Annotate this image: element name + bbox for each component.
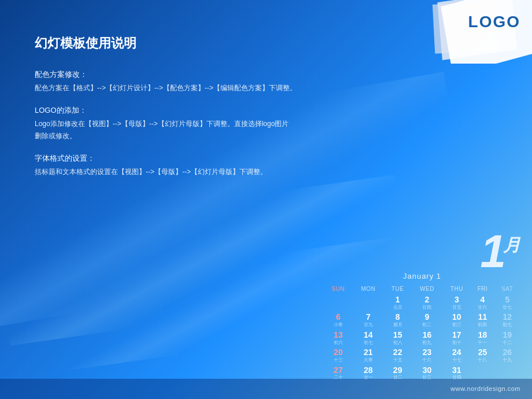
footer-url: www.nordridesign.com xyxy=(450,385,520,392)
calendar-day xyxy=(353,294,384,311)
header-fri: FRI xyxy=(471,284,494,294)
calendar-day: 10初三 xyxy=(442,311,471,328)
calendar-day: 13初六 xyxy=(324,329,353,346)
calendar-day: 24十七 xyxy=(442,346,471,364)
calendar-day: 1元旦 xyxy=(384,294,412,311)
calendar-day: 29廿二 xyxy=(384,364,412,382)
calendar-day xyxy=(324,294,353,311)
calendar-day: 31廿四 xyxy=(442,364,471,382)
calendar-week-3: 20十三21大寒22十五23十六24十七25十八26十九 xyxy=(324,346,520,364)
calendar-day: 26十九 xyxy=(494,346,520,364)
calendar-day: 28廿一 xyxy=(353,364,384,382)
main-content: 幻灯模板使用说明 配色方案修改： 配色方案在【格式】-->【幻灯片设计】-->【… xyxy=(35,35,393,190)
header-sun: SUN xyxy=(324,284,353,294)
calendar-day: 8腊月 xyxy=(384,311,412,328)
header-tue: TUE xyxy=(384,284,412,294)
calendar-day: 27二十 xyxy=(324,364,353,382)
logo-area: LOGO xyxy=(405,0,532,64)
calendar-day: 3廿五 xyxy=(442,294,471,311)
section-logo-body: Logo添加修改在【视图】-->【母版】-->【幻灯片母版】下调整。直接选择lo… xyxy=(35,118,393,142)
calendar-days-header: SUN MON TUE WED THU FRI SAT xyxy=(324,284,520,294)
calendar-day: 7廿九 xyxy=(353,311,384,328)
calendar-day: 30廿三 xyxy=(411,364,442,382)
calendar-day: 5廿七 xyxy=(494,294,520,311)
month-kanji: 月 xyxy=(503,235,520,254)
calendar-week-4: 27二十28廿一29廿二30廿三31廿四 xyxy=(324,364,520,382)
calendar-day: 12初七 xyxy=(494,311,520,328)
calendar-day: 14初七 xyxy=(353,329,384,346)
section-color-title: 配色方案修改： xyxy=(35,69,393,80)
calendar-week-1: 6小寒7廿九8腊月9初二10初三11初四12初七 xyxy=(324,311,520,328)
calendar-table: SUN MON TUE WED THU FRI SAT 1元旦2廿四3廿五4廿六… xyxy=(324,284,520,382)
calendar-day: 6小寒 xyxy=(324,311,353,328)
paper-fold xyxy=(405,0,532,64)
calendar-day: 20十三 xyxy=(324,346,353,364)
calendar-day xyxy=(494,364,520,382)
calendar-area: 1月 January 1 SUN MON TUE WED THU FRI SAT… xyxy=(324,228,520,382)
header-sat: SAT xyxy=(494,284,520,294)
calendar-day: 2廿四 xyxy=(411,294,442,311)
month-number: 1月 xyxy=(324,228,520,275)
calendar-week-0: 1元旦2廿四3廿五4廿六5廿七 xyxy=(324,294,520,311)
section-font-body: 括标题和文本格式的设置在【视图】-->【母版】-->【幻灯片母版】下调整。 xyxy=(35,166,393,178)
section-logo-title: LOGO的添加： xyxy=(35,105,393,116)
calendar-day: 9初二 xyxy=(411,311,442,328)
header-thu: THU xyxy=(442,284,471,294)
header-wed: WED xyxy=(411,284,442,294)
section-color-body: 配色方案在【格式】-->【幻灯片设计】-->【配色方案】-->【编辑配色方案】下… xyxy=(35,82,393,94)
section-font-title: 字体格式的设置： xyxy=(35,153,393,164)
page-title: 幻灯模板使用说明 xyxy=(35,35,393,52)
calendar-day: 22十五 xyxy=(384,346,412,364)
calendar-day: 17初十 xyxy=(442,329,471,346)
fold-shape-1 xyxy=(441,0,532,64)
calendar-day: 25十八 xyxy=(471,346,494,364)
section-color: 配色方案修改： 配色方案在【格式】-->【幻灯片设计】-->【配色方案】-->【… xyxy=(35,69,393,94)
section-logo: LOGO的添加： Logo添加修改在【视图】-->【母版】-->【幻灯片母版】下… xyxy=(35,105,393,142)
calendar-day xyxy=(471,364,494,382)
calendar-day: 4廿六 xyxy=(471,294,494,311)
header-mon: MON xyxy=(353,284,384,294)
calendar-day: 11初四 xyxy=(471,311,494,328)
calendar-day: 23十六 xyxy=(411,346,442,364)
calendar-day: 21大寒 xyxy=(353,346,384,364)
calendar-week-2: 13初六14初七15初八16初九17初十18十一19十二 xyxy=(324,329,520,346)
calendar-day: 15初八 xyxy=(384,329,412,346)
section-font: 字体格式的设置： 括标题和文本格式的设置在【视图】-->【母版】-->【幻灯片母… xyxy=(35,153,393,178)
calendar-day: 18十一 xyxy=(471,329,494,346)
calendar-day: 16初九 xyxy=(411,329,442,346)
logo-text: LOGO xyxy=(468,13,520,31)
calendar-day: 19十二 xyxy=(494,329,520,346)
